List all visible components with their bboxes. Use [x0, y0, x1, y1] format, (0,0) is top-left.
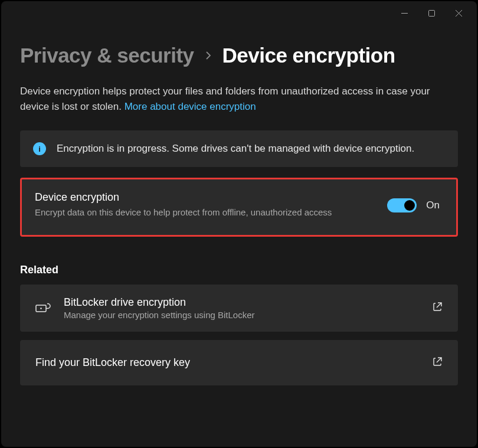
info-icon: i	[33, 142, 46, 155]
related-item-content: Find your BitLocker recovery key	[35, 357, 420, 369]
related-item-title: BitLocker drive encryption	[64, 296, 420, 309]
open-external-icon	[433, 302, 443, 314]
open-external-icon	[433, 357, 443, 369]
toggle-description: Encrypt data on this device to help prot…	[35, 206, 387, 220]
toggle-control-group: On	[387, 198, 440, 212]
titlebar	[1, 1, 477, 25]
toggle-text-group: Device encryption Encrypt data on this d…	[35, 191, 387, 220]
related-item-description: Manage your encryption settings using Bi…	[64, 310, 420, 320]
minimize-button[interactable]	[391, 4, 418, 22]
svg-rect-1	[428, 10, 434, 16]
close-button[interactable]	[445, 4, 472, 22]
info-banner: i Encryption is in progress. Some drives…	[20, 130, 458, 167]
info-message: Encryption is in progress. Some drives c…	[57, 141, 414, 156]
toggle-state-label: On	[426, 200, 440, 211]
find-recovery-key-item[interactable]: Find your BitLocker recovery key	[20, 340, 458, 385]
settings-window: Privacy & security Device encryption Dev…	[1, 1, 477, 447]
page-content: Privacy & security Device encryption Dev…	[1, 44, 477, 385]
chevron-right-icon	[205, 51, 212, 63]
lock-icon	[35, 302, 51, 315]
toggle-knob	[404, 200, 415, 211]
svg-point-5	[40, 308, 42, 309]
maximize-button[interactable]	[418, 4, 445, 22]
breadcrumb-parent[interactable]: Privacy & security	[20, 44, 194, 67]
related-heading: Related	[20, 264, 458, 276]
page-description: Device encryption helps protect your fil…	[20, 84, 458, 114]
related-item-content: BitLocker drive encryption Manage your e…	[64, 296, 420, 320]
page-title: Device encryption	[222, 44, 395, 67]
toggle-title: Device encryption	[35, 191, 387, 204]
breadcrumb: Privacy & security Device encryption	[20, 44, 458, 67]
device-encryption-card: Device encryption Encrypt data on this d…	[20, 178, 458, 237]
bitlocker-drive-encryption-item[interactable]: BitLocker drive encryption Manage your e…	[20, 285, 458, 332]
related-item-title: Find your BitLocker recovery key	[35, 357, 420, 369]
learn-more-link[interactable]: More about device encryption	[125, 101, 256, 112]
device-encryption-toggle[interactable]	[387, 198, 417, 212]
